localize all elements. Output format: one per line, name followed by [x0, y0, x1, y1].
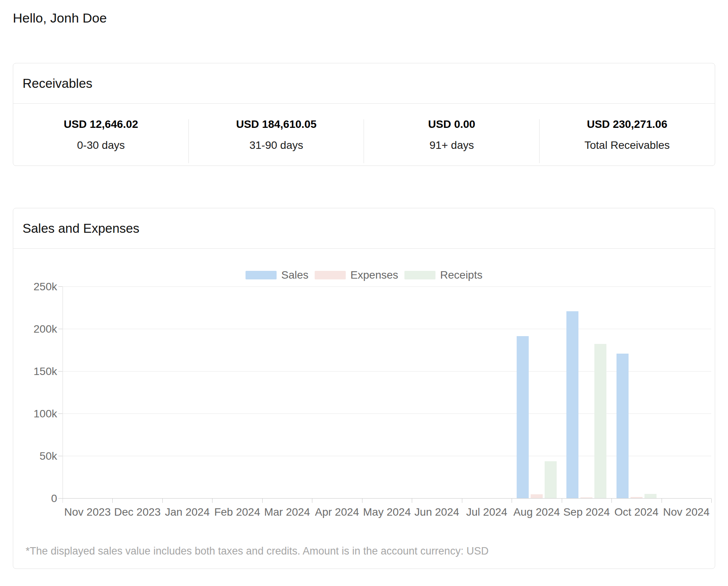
receivables-stat-91-plus: USD 0.00 91+ days — [364, 104, 540, 166]
bar-receipts — [594, 344, 606, 498]
sales-expenses-card-header: Sales and Expenses — [13, 208, 715, 249]
gridline — [63, 286, 711, 287]
legend-item-sales: Sales — [246, 270, 308, 280]
x-axis-tick — [611, 499, 612, 503]
bar-expenses — [531, 494, 543, 498]
legend-label: Receipts — [440, 270, 482, 280]
stat-label: 0-30 days — [77, 139, 125, 152]
x-axis-tick — [162, 499, 163, 503]
stat-label: 91+ days — [430, 139, 474, 152]
bar-sales — [566, 311, 578, 498]
x-axis-tick — [662, 499, 662, 503]
gridline — [63, 371, 711, 371]
chart-footnote: *The displayed sales value includes both… — [26, 544, 489, 558]
stat-label: Total Receivables — [585, 139, 670, 152]
legend-label: Sales — [281, 270, 308, 280]
x-axis-tick — [212, 499, 212, 503]
receivables-stats-row: USD 12,646.02 0-30 days USD 184,610.05 3… — [13, 104, 715, 166]
x-axis-tick — [711, 499, 712, 503]
stat-value: USD 230,271.06 — [587, 118, 667, 131]
y-axis-line — [63, 287, 63, 503]
receivables-title: Receivables — [23, 76, 92, 91]
x-axis-tick — [462, 499, 462, 503]
x-axis-tick — [312, 499, 312, 503]
bar-sales — [617, 354, 629, 498]
legend-item-expenses: Expenses — [315, 270, 398, 280]
bar-expenses — [580, 497, 592, 498]
sales-expenses-card: Sales and Expenses SalesExpensesReceipts… — [13, 208, 715, 569]
x-axis-tick — [512, 499, 512, 503]
gridline — [63, 456, 711, 456]
y-axis-label: 50k — [22, 450, 57, 462]
x-axis-tick — [262, 499, 263, 503]
y-axis-label: 100k — [22, 408, 57, 420]
stat-value: USD 184,610.05 — [236, 118, 317, 131]
x-axis-tick — [112, 499, 113, 503]
gridline — [63, 329, 711, 329]
y-axis-tick — [58, 329, 63, 329]
y-axis-tick — [58, 413, 63, 414]
receivables-stat-31-90: USD 184,610.05 31-90 days — [189, 104, 364, 166]
y-axis-tick — [58, 286, 63, 287]
chart-plot: 050k100k150k200k250kNov 2023Dec 2023Jan … — [63, 287, 711, 499]
bar-receipts — [545, 461, 557, 498]
y-axis-tick — [58, 456, 63, 456]
receivables-card-header: Receivables — [13, 63, 715, 104]
stat-label: 31-90 days — [249, 139, 303, 152]
bar-receipts — [644, 494, 657, 498]
legend-swatch — [404, 271, 435, 279]
x-axis-label: Nov 2024 — [648, 506, 725, 519]
receivables-stat-0-30: USD 12,646.02 0-30 days — [13, 104, 189, 166]
stat-value: USD 12,646.02 — [64, 118, 138, 131]
chart-area: SalesExpensesReceipts 050k100k150k200k25… — [13, 249, 715, 569]
legend-swatch — [246, 271, 277, 279]
sales-expenses-title: Sales and Expenses — [23, 221, 139, 236]
legend-swatch — [315, 271, 346, 279]
gridline — [63, 498, 711, 499]
y-axis-tick — [58, 371, 63, 371]
y-axis-label: 200k — [22, 323, 57, 335]
greeting-heading: Hello, Jonh Doe — [13, 9, 107, 27]
legend-item-receipts: Receipts — [404, 270, 482, 280]
x-axis-tick — [562, 499, 562, 503]
x-axis-tick — [362, 499, 362, 503]
receivables-card: Receivables USD 12,646.02 0-30 days USD … — [13, 63, 715, 166]
bar-sales — [517, 336, 529, 498]
bar-expenses — [630, 497, 643, 498]
gridline — [63, 413, 711, 414]
y-axis-label: 150k — [22, 365, 57, 378]
chart-legend: SalesExpensesReceipts — [13, 270, 715, 280]
x-axis-tick — [412, 499, 412, 503]
y-axis-tick — [58, 498, 63, 499]
y-axis-label: 250k — [22, 281, 57, 293]
legend-label: Expenses — [350, 270, 398, 280]
y-axis-label: 0 — [22, 492, 57, 505]
receivables-stat-total: USD 230,271.06 Total Receivables — [540, 104, 715, 166]
stat-value: USD 0.00 — [428, 118, 475, 131]
